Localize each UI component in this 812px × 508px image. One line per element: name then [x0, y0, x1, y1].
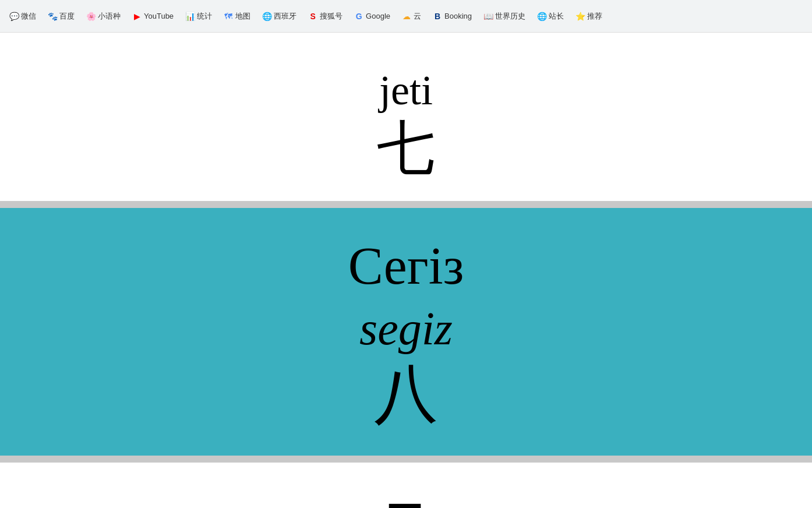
- section-toghyz: ТОҒЫЗ toğiz: [0, 463, 812, 508]
- content-area: jeti 七 Сегіз segiz 八 ТОҒЫЗ toğiz: [0, 33, 812, 508]
- bookmark-xiaoyuzhong-label: 小语种: [98, 11, 121, 22]
- bookmark-xibanya[interactable]: 🌐 西班牙: [257, 9, 301, 24]
- bookmark-weixin-label: 微信: [21, 11, 36, 22]
- bookmark-tuijian[interactable]: ⭐ 推荐: [571, 9, 607, 24]
- bookmark-youtube-label: YouTube: [144, 12, 174, 20]
- segiz-latin: segiz: [0, 301, 812, 357]
- divider-bottom: [0, 456, 812, 463]
- section-segiz: Сегіз segiz 八: [0, 208, 812, 456]
- tongji-icon: 📊: [185, 12, 195, 21]
- bookmark-xiaoyuzhong[interactable]: 🌸 小语种: [82, 9, 125, 24]
- bookmark-souhuhao-label: 搜狐号: [320, 11, 343, 22]
- bookmark-baidu-label: 百度: [59, 11, 75, 22]
- yun-icon: ☁: [402, 12, 411, 21]
- section-jeti: jeti 七: [0, 33, 812, 201]
- shijieli-icon: 📖: [483, 12, 493, 21]
- souhuhao-icon: S: [308, 12, 317, 21]
- bookmark-ditu[interactable]: 🗺 地图: [219, 9, 255, 24]
- bookmark-tongji-label: 统计: [197, 11, 212, 22]
- segiz-chinese: 八: [0, 362, 812, 426]
- bookmark-yun[interactable]: ☁ 云: [397, 9, 426, 24]
- bookmark-google-label: Google: [366, 12, 390, 20]
- bookmarks-bar: 💬 微信 🐾 百度 🌸 小语种 ▶ YouTube 📊 统计 🗺 地图 🌐 西班…: [0, 0, 812, 33]
- booking-icon: B: [433, 12, 442, 21]
- bookmark-xibanya-label: 西班牙: [274, 11, 296, 22]
- ditu-icon: 🗺: [224, 12, 233, 21]
- jeti-chinese: 七: [0, 119, 812, 178]
- segiz-cyrillic: Сегіз: [0, 237, 812, 295]
- bookmark-zhangzhang-label: 站长: [549, 11, 564, 22]
- jeti-latin: jeti: [0, 68, 812, 114]
- divider-top: [0, 201, 812, 208]
- bookmark-tuijian-label: 推荐: [587, 11, 602, 22]
- bookmark-zhangzhang[interactable]: 🌐 站长: [532, 9, 569, 24]
- bookmark-tongji[interactable]: 📊 统计: [181, 9, 217, 24]
- toghyz-cyrillic: ТОҒЫЗ: [0, 498, 812, 508]
- bookmark-youtube[interactable]: ▶ YouTube: [128, 9, 178, 23]
- xiaoyuzhong-icon: 🌸: [86, 12, 96, 21]
- baidu-icon: 🐾: [48, 12, 57, 21]
- bookmark-booking[interactable]: B Booking: [428, 9, 476, 23]
- tuijian-icon: ⭐: [576, 12, 585, 21]
- bookmark-yun-label: 云: [414, 11, 421, 22]
- bookmark-google[interactable]: G Google: [349, 9, 395, 23]
- weixin-icon: 💬: [9, 12, 19, 21]
- xibanya-icon: 🌐: [262, 12, 271, 21]
- bookmark-weixin[interactable]: 💬 微信: [5, 9, 41, 24]
- bookmark-booking-label: Booking: [444, 12, 472, 20]
- youtube-icon: ▶: [132, 12, 142, 21]
- bookmark-shijieli[interactable]: 📖 世界历史: [479, 9, 530, 24]
- bookmark-baidu[interactable]: 🐾 百度: [43, 9, 79, 24]
- bookmark-shijieli-label: 世界历史: [495, 11, 525, 22]
- bookmark-ditu-label: 地图: [235, 11, 250, 22]
- google-icon: G: [354, 12, 363, 21]
- bookmark-souhuhao[interactable]: S 搜狐号: [303, 9, 347, 24]
- zhangzhang-icon: 🌐: [537, 12, 546, 21]
